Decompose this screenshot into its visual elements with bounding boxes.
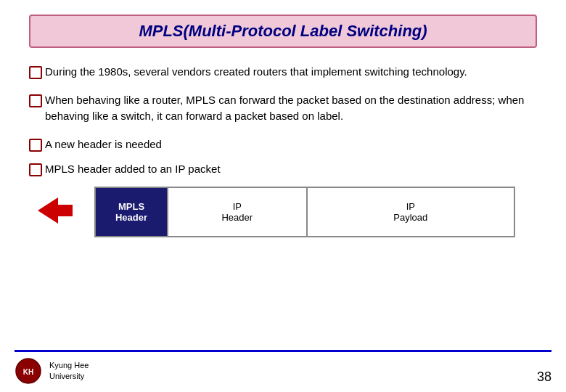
ip-payload-box: IP Payload bbox=[308, 188, 514, 236]
mpls-header-label-line1: MPLS bbox=[118, 201, 144, 212]
university-name: Kyung Hee University bbox=[49, 360, 89, 383]
title-bar: MPLS(Multi-Protocol Label Switching) bbox=[29, 15, 537, 48]
footer-left: KH Kyung Hee University bbox=[15, 357, 89, 385]
bullet-3: A new header is needed bbox=[29, 136, 537, 153]
university-name-line1: Kyung Hee bbox=[49, 360, 89, 371]
ip-payload-label: IP Payload bbox=[393, 201, 427, 223]
page-number: 38 bbox=[537, 369, 551, 385]
mpls-diagram: MPLS Header IP Header IP Payload bbox=[94, 187, 515, 237]
footer: KH Kyung Hee University 38 bbox=[0, 357, 566, 385]
mpls-header-box: MPLS Header bbox=[96, 188, 168, 236]
bullet-text-1: During the 1980s, several vendors create… bbox=[45, 64, 467, 81]
bullet-text-3: A new header is needed bbox=[45, 136, 162, 153]
bullet-2: When behaving like a router, MPLS can fo… bbox=[29, 92, 537, 125]
footer-line bbox=[15, 350, 551, 352]
bullet-icon-4 bbox=[29, 163, 42, 176]
mpls-header-label-line2: Header bbox=[115, 212, 147, 223]
university-name-line2: University bbox=[49, 371, 89, 382]
bullet-text-4: MPLS header added to an IP packet bbox=[45, 161, 221, 178]
svg-marker-0 bbox=[38, 197, 73, 224]
bullet-icon-2 bbox=[29, 94, 42, 107]
slide: MPLS(Multi-Protocol Label Switching) Dur… bbox=[0, 0, 566, 392]
university-logo: KH bbox=[15, 357, 42, 385]
ip-header-label: IP Header bbox=[221, 201, 253, 223]
left-arrow bbox=[38, 197, 73, 226]
svg-text:KH: KH bbox=[23, 368, 33, 376]
ip-header-box: IP Header bbox=[168, 188, 308, 236]
bullet-4: MPLS header added to an IP packet bbox=[29, 161, 537, 178]
bullet-icon-1 bbox=[29, 66, 42, 79]
bullet-1: During the 1980s, several vendors create… bbox=[29, 64, 537, 81]
bullet-icon-3 bbox=[29, 139, 42, 152]
slide-title: MPLS(Multi-Protocol Label Switching) bbox=[139, 22, 427, 40]
bullet-text-2: When behaving like a router, MPLS can fo… bbox=[45, 92, 537, 125]
